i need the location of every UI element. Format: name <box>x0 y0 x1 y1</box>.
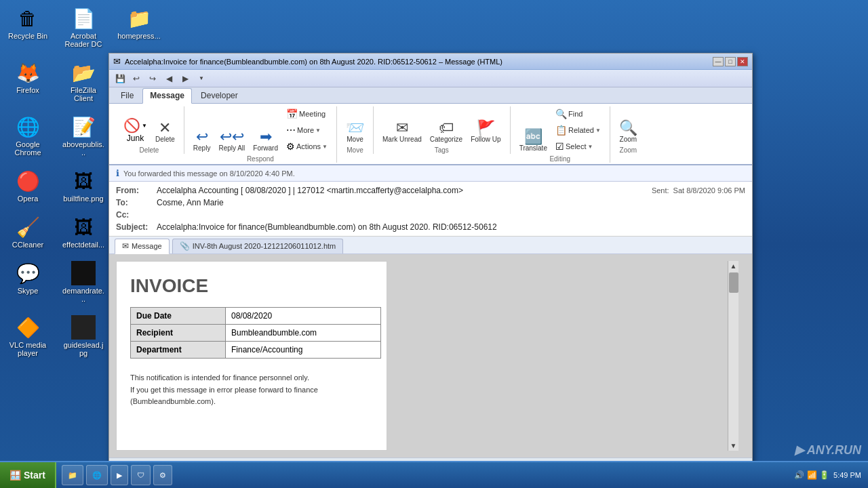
more-icon: ⋯ <box>286 125 296 136</box>
note-line-2: If you get this message in error please … <box>130 384 373 396</box>
desktop-icon-filezilla[interactable]: 📂 FileZilla Client <box>59 58 108 105</box>
scroll-up-arrow[interactable]: ▲ <box>729 261 738 271</box>
scroll-thumb[interactable] <box>729 272 738 293</box>
taskbar-app-media[interactable]: ▶ <box>111 465 128 485</box>
chrome-label: Google Chrome <box>6 140 50 157</box>
desktop-icon-abovepub[interactable]: 📝 abovepublis... <box>59 112 108 159</box>
tab-developer[interactable]: Developer <box>193 88 245 103</box>
desktop-icon-homepress[interactable]: 📁 homepress... <box>115 3 163 51</box>
categorize-icon: 🏷 <box>439 121 454 136</box>
reply-all-button[interactable]: ↩↩ Reply All <box>215 127 248 154</box>
save-quick-btn[interactable]: 💾 <box>113 72 127 85</box>
translate-label: Translate <box>519 144 547 152</box>
acrobat-label: Acrobat Reader DC <box>62 32 105 48</box>
meeting-button[interactable]: 📅 Meeting <box>283 106 331 121</box>
reply-icon: ↩ <box>196 129 208 144</box>
desktop-icon-vlc[interactable]: 🔶 VLC media player <box>3 312 52 360</box>
vertical-scrollbar[interactable]: ▲ ▼ <box>728 261 738 451</box>
demandrate-icon <box>71 261 96 285</box>
desktop-icon-ccleaner[interactable]: 🧹 CCleaner <box>3 212 52 251</box>
desktop-icon-skype[interactable]: 💬 Skype <box>3 258 52 306</box>
message-content-tab[interactable]: ✉ Message <box>115 239 170 254</box>
sent-value: Sat 8/8/2020 9:06 PM <box>673 186 745 195</box>
junk-icon-area: 🚫 ▼ <box>123 117 147 134</box>
minimize-button[interactable]: — <box>713 57 724 66</box>
maximize-button[interactable]: □ <box>725 57 736 66</box>
delete-label: Delete <box>155 136 175 143</box>
back-quick-btn[interactable]: ◀ <box>162 72 176 85</box>
due-date-label: Due Date <box>131 308 226 325</box>
follow-up-button[interactable]: 🚩 Follow Up <box>467 119 504 145</box>
forwarded-notice-text: You forwarded this message on 8/10/2020 … <box>123 169 295 178</box>
delete-button[interactable]: ✕ Delete <box>152 119 178 145</box>
taskbar-app-ie[interactable]: 🌐 <box>86 465 108 485</box>
firefox-icon: 🦊 <box>16 60 40 85</box>
filezilla-icon: 📂 <box>71 60 96 85</box>
close-button[interactable]: ✕ <box>737 57 748 66</box>
ribbon-group-respond: ↩ Reply ↩↩ Reply All ➡ Forward 📅 <box>184 106 337 163</box>
taskbar-app-other[interactable]: ⚙ <box>153 465 172 485</box>
department-label: Department <box>131 342 226 359</box>
desktop-icon-acrobat[interactable]: 📄 Acrobat Reader DC <box>59 3 108 51</box>
system-clock[interactable]: 5:49 PM <box>833 470 861 480</box>
taskbar-app-antivirus[interactable]: 🛡 <box>131 465 151 485</box>
follow-up-icon: 🚩 <box>477 121 495 136</box>
forward-label: Forward <box>253 144 278 152</box>
related-label: Related <box>568 126 594 134</box>
categorize-button[interactable]: 🏷 Categorize <box>427 119 466 145</box>
select-button[interactable]: ☑ Select ▼ <box>552 139 604 154</box>
desktop-icon-firefox[interactable]: 🦊 Firefox <box>3 58 52 105</box>
mark-unread-button[interactable]: ✉ Mark Unread <box>379 119 425 145</box>
junk-button[interactable]: 🚫 ▼ Junk <box>120 115 151 145</box>
zoom-button[interactable]: 🔍 Zoom <box>616 119 641 145</box>
filezilla-label: FileZilla Client <box>62 86 105 102</box>
dropdown-quick-btn[interactable]: ▼ <box>195 72 208 85</box>
editing-group-label: Editing <box>549 155 570 163</box>
related-button[interactable]: 📋 Related ▼ <box>552 123 604 138</box>
reply-button[interactable]: ↩ Reply <box>190 127 214 154</box>
tags-group-label: Tags <box>435 146 449 154</box>
subject-value: Accelalpha:Invoice for finance(Bumbleand… <box>157 222 745 232</box>
window-icon: ✉ <box>113 56 121 66</box>
desktop-icon-demandrate[interactable]: demandrate... <box>59 258 108 306</box>
forward-quick-btn[interactable]: ▶ <box>178 72 192 85</box>
move-group-label: Move <box>347 146 363 154</box>
tab-file[interactable]: File <box>113 88 141 103</box>
skype-icon: 💬 <box>16 261 40 285</box>
forward-button[interactable]: ➡ Forward <box>250 127 281 154</box>
more-button[interactable]: ⋯ More ▼ <box>283 123 331 138</box>
email-fields: From: Accelalpha Accounting [ 08/08/2020… <box>109 182 752 237</box>
taskbar-app-explorer[interactable]: 📁 <box>62 465 83 485</box>
tab-message[interactable]: Message <box>142 88 192 104</box>
title-bar: ✉ Accelalpha:Invoice for finance(Bumblea… <box>109 54 752 70</box>
move-label: Move <box>347 136 363 143</box>
desktop-icon-opera[interactable]: 🔴 Opera <box>3 166 52 205</box>
translate-button[interactable]: 🔤 Translate <box>516 127 551 154</box>
move-button[interactable]: 📨 Move <box>342 119 368 145</box>
redo-quick-btn[interactable]: ↪ <box>146 72 159 85</box>
scroll-down-arrow[interactable]: ▼ <box>729 441 738 451</box>
cc-row: Cc: <box>116 209 745 221</box>
desktop-icon-builtfine[interactable]: 🖼 builtfine.png <box>59 166 108 205</box>
find-button[interactable]: 🔍 Find <box>552 106 604 121</box>
quick-access-bar: 💾 ↩ ↪ ◀ ▶ ▼ <box>109 70 752 87</box>
table-row: Department Finance/Accounting <box>131 342 381 359</box>
reply-all-icon: ↩↩ <box>220 129 244 144</box>
undo-quick-btn[interactable]: ↩ <box>130 72 143 85</box>
find-label: Find <box>568 110 583 118</box>
acrobat-icon: 📄 <box>71 6 96 30</box>
message-tabs-bar: ✉ Message 📎 INV-8th August 2020-12121206… <box>109 237 752 254</box>
actions-button[interactable]: ⚙ Actions ▼ <box>283 139 331 154</box>
desktop-icon-recycle-bin[interactable]: 🗑 Recycle Bin <box>3 3 52 51</box>
forward-icon: ➡ <box>260 129 272 144</box>
attachment-content-tab[interactable]: 📎 INV-8th August 2020-12121206011012.htm <box>172 239 344 253</box>
desktop-icon-effectdetail[interactable]: 🖼 effectdetail... <box>59 212 108 251</box>
delete-group-label: Delete <box>139 146 159 154</box>
start-button[interactable]: 🪟 Start <box>0 462 56 488</box>
tray-icons: 🔊 📶 🔋 <box>794 470 829 480</box>
ccleaner-icon: 🧹 <box>16 215 40 239</box>
effectdetail-label: effectdetail... <box>62 241 104 249</box>
desktop-icon-guideslead[interactable]: guideslead.jpg <box>59 312 108 360</box>
recipient-label: Recipient <box>131 325 226 342</box>
desktop-icon-chrome[interactable]: 🌐 Google Chrome <box>3 112 52 159</box>
